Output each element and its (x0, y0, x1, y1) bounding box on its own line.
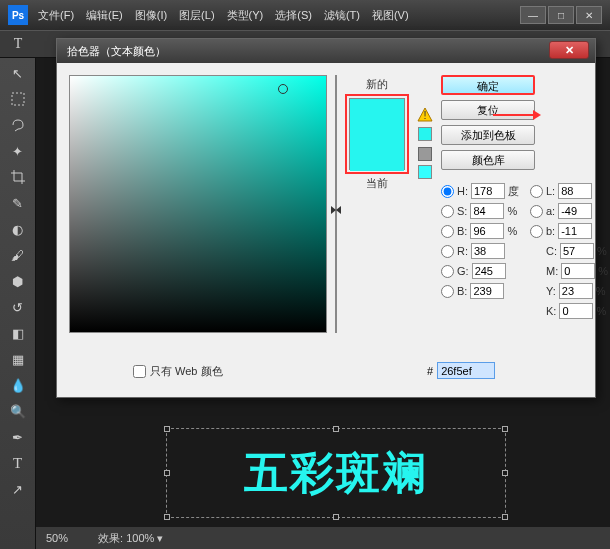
menu-select[interactable]: 选择(S) (275, 8, 312, 23)
menu-image[interactable]: 图像(I) (135, 8, 167, 23)
text-bounding-box[interactable]: 五彩斑斓 (166, 428, 506, 518)
dialog-titlebar[interactable]: 拾色器（文本颜色） ✕ (57, 39, 595, 63)
saturation-value-picker[interactable] (69, 75, 327, 333)
hue-slider[interactable] (335, 75, 337, 333)
g-field[interactable] (472, 263, 506, 279)
pen-tool-icon[interactable]: ✒ (6, 426, 30, 448)
hex-field[interactable] (437, 362, 495, 379)
annotation-highlight (345, 94, 409, 174)
stamp-tool-icon[interactable]: ⬢ (6, 270, 30, 292)
healing-tool-icon[interactable]: ◐ (6, 218, 30, 240)
canvas-text[interactable]: 五彩斑斓 (244, 444, 428, 503)
menu-edit[interactable]: 编辑(E) (86, 8, 123, 23)
current-color-swatch[interactable] (350, 135, 404, 171)
gradient-tool-icon[interactable]: ▦ (6, 348, 30, 370)
sv-cursor-icon[interactable] (278, 84, 288, 94)
svg-text:!: ! (423, 109, 426, 121)
add-swatch-button[interactable]: 添加到色板 (441, 125, 535, 145)
main-menu: 文件(F) 编辑(E) 图像(I) 图层(L) 类型(Y) 选择(S) 滤镜(T… (38, 8, 520, 23)
l-radio[interactable] (530, 185, 543, 198)
handle-icon[interactable] (333, 426, 339, 432)
web-only-checkbox[interactable] (133, 365, 146, 378)
path-tool-icon[interactable]: ↗ (6, 478, 30, 500)
window-buttons: — □ ✕ (520, 6, 602, 24)
color-libraries-button[interactable]: 颜色库 (441, 150, 535, 170)
r-radio[interactable] (441, 245, 454, 258)
type-tool-icon[interactable]: T (6, 452, 30, 474)
move-tool-icon[interactable]: ↖ (6, 62, 30, 84)
b-radio[interactable] (441, 225, 454, 238)
k-field[interactable] (559, 303, 593, 319)
h-label: H: (457, 185, 468, 197)
s-unit: % (507, 205, 519, 217)
l-label: L: (546, 185, 555, 197)
r-label: R: (457, 245, 468, 257)
app-logo-icon: Ps (8, 5, 28, 25)
handle-icon[interactable] (502, 470, 508, 476)
a-field[interactable] (558, 203, 592, 219)
web-only-checkbox-row: 只有 Web 颜色 (133, 364, 223, 379)
s-radio[interactable] (441, 205, 454, 218)
h-field[interactable] (471, 183, 505, 199)
gamut-warning-icon[interactable]: ! (417, 107, 433, 123)
zoom-level[interactable]: 50% (46, 532, 68, 544)
handle-icon[interactable] (164, 470, 170, 476)
close-button[interactable]: ✕ (576, 6, 602, 24)
m-field[interactable] (561, 263, 595, 279)
minimize-button[interactable]: — (520, 6, 546, 24)
websafe-swatch[interactable] (418, 165, 432, 179)
ok-button[interactable]: 确定 (441, 75, 535, 95)
status-bar: 50% 效果: 100% ▾ (36, 527, 610, 549)
dialog-title: 拾色器（文本颜色） (67, 44, 166, 59)
menu-file[interactable]: 文件(F) (38, 8, 74, 23)
cancel-button[interactable]: 复位 (441, 100, 535, 120)
wand-tool-icon[interactable]: ✦ (6, 140, 30, 162)
crop-tool-icon[interactable] (6, 166, 30, 188)
hue-pointer-icon[interactable] (336, 206, 341, 214)
g-radio[interactable] (441, 265, 454, 278)
menu-layer[interactable]: 图层(L) (179, 8, 214, 23)
menu-type[interactable]: 类型(Y) (227, 8, 264, 23)
dialog-close-button[interactable]: ✕ (549, 41, 589, 59)
y-field[interactable] (559, 283, 593, 299)
c-field[interactable] (560, 243, 594, 259)
s-label: S: (457, 205, 467, 217)
history-brush-icon[interactable]: ↺ (6, 296, 30, 318)
maximize-button[interactable]: □ (548, 6, 574, 24)
fx-label: 效果: (98, 532, 123, 544)
bl-radio[interactable] (441, 285, 454, 298)
blab-field[interactable] (558, 223, 592, 239)
h-radio[interactable] (441, 185, 454, 198)
bl-field[interactable] (470, 283, 504, 299)
r-field[interactable] (471, 243, 505, 259)
eyedropper-tool-icon[interactable]: ✎ (6, 192, 30, 214)
marquee-tool-icon[interactable] (6, 88, 30, 110)
new-color-swatch (350, 99, 404, 135)
menu-filter[interactable]: 滤镜(T) (324, 8, 360, 23)
b-field[interactable] (470, 223, 504, 239)
handle-icon[interactable] (164, 426, 170, 432)
l-field[interactable] (558, 183, 592, 199)
b-label: B: (457, 225, 467, 237)
s-field[interactable] (470, 203, 504, 219)
bl-label: B: (457, 285, 467, 297)
handle-icon[interactable] (164, 514, 170, 520)
gamut-swatch[interactable] (418, 127, 432, 141)
c-unit: % (597, 245, 609, 257)
handle-icon[interactable] (333, 514, 339, 520)
lasso-tool-icon[interactable] (6, 114, 30, 136)
annotation-arrow-icon (493, 114, 533, 116)
eraser-tool-icon[interactable]: ◧ (6, 322, 30, 344)
handle-icon[interactable] (502, 514, 508, 520)
websafe-warning-icon[interactable] (418, 147, 432, 161)
color-preview (349, 98, 405, 170)
dodge-tool-icon[interactable]: 🔍 (6, 400, 30, 422)
menu-view[interactable]: 视图(V) (372, 8, 409, 23)
handle-icon[interactable] (502, 426, 508, 432)
a-radio[interactable] (530, 205, 543, 218)
fx-value[interactable]: 100% (126, 532, 154, 544)
brush-tool-icon[interactable]: 🖌 (6, 244, 30, 266)
blur-tool-icon[interactable]: 💧 (6, 374, 30, 396)
y-label: Y: (546, 285, 556, 297)
blab-radio[interactable] (530, 225, 543, 238)
